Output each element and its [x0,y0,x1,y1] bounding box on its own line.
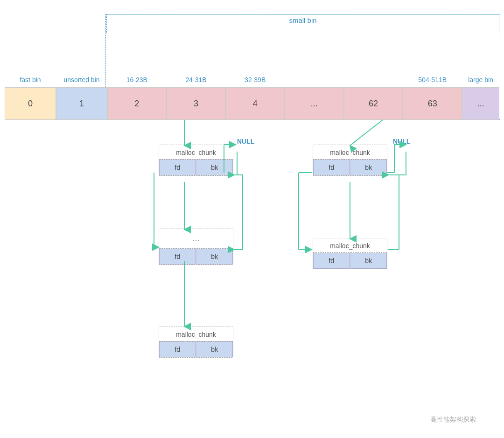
chunk5-bk: bk [350,253,387,269]
null-label-1: NULL [237,138,254,145]
label-unsortedbin: unsorted bin [56,76,107,83]
bin-0: 0 [5,87,56,120]
chunk5-fdbk: fd bk [313,252,387,269]
label-fastbin: fast bin [5,76,56,83]
label-largebin: large bin [462,76,499,83]
chunk3-title: malloc_chunk [159,327,233,341]
small-bin-label: small bin [106,14,499,33]
chunk3-fd: fd [159,341,196,357]
chunk-box-1: malloc_chunk fd bk [159,145,233,176]
bin-62: 62 [344,87,403,120]
chunk4-title: malloc_chunk [313,145,387,159]
bin-4: 4 [225,87,285,120]
diagram-container: small bin fast bin unsorted bin 16-23B 2… [0,0,504,438]
chunk-box-3: malloc_chunk fd bk [159,327,233,358]
chunk2-fd: fd [159,249,196,264]
label-32-39: 32-39B [225,76,285,83]
null-label-2: NULL [393,138,410,145]
svg-line-17 [350,120,383,146]
chunk1-bk: bk [196,160,233,175]
labels-row: fast bin unsorted bin 16-23B 24-31B 32-3… [5,56,499,83]
chunk2-dots: ... [159,229,233,248]
bin-dots1: ... [285,87,344,120]
chunk4-fd: fd [313,160,350,175]
chunk2-bk: bk [196,249,233,264]
chunk3-bk: bk [196,341,233,357]
chunk-box-4: malloc_chunk fd bk [313,145,387,176]
chunk2-fdbk: fd bk [159,248,233,264]
bin-large: ... [462,87,499,120]
chunk-box-5: malloc_chunk fd bk [313,238,387,269]
bin-2: 2 [107,87,167,120]
chunk4-fdbk: fd bk [313,159,387,175]
label-24-31: 24-31B [167,76,226,83]
label-504-511: 504-511B [403,76,462,83]
bin-63: 63 [403,87,462,120]
chunk1-fd: fd [159,160,196,175]
bin-3: 3 [167,87,226,120]
chunk5-title: malloc_chunk [313,238,387,252]
chunk4-bk: bk [350,160,387,175]
chunk3-fdbk: fd bk [159,341,233,357]
chunk1-title: malloc_chunk [159,145,233,159]
label-16-23: 16-23B [107,76,167,83]
watermark: 高性能架构探索 [430,416,476,424]
chunk5-fd: fd [313,253,350,269]
chunk-box-2: ... fd bk [159,229,233,265]
chunk1-fdbk: fd bk [159,159,233,175]
bin-1: 1 [56,87,107,120]
bins-row: 0 1 2 3 4 ... 62 63 ... [5,87,499,120]
